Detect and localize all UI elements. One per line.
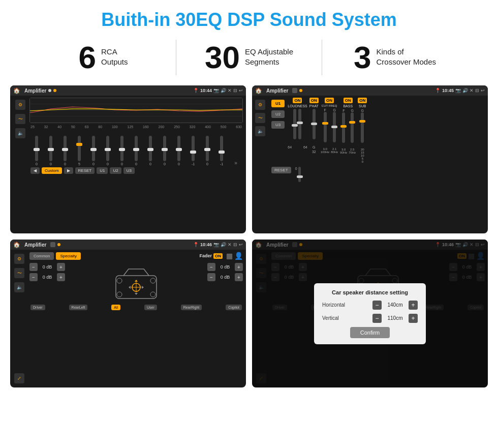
- loudness-sliders: [293, 109, 301, 144]
- vol2-minus-btn[interactable]: −: [29, 273, 38, 281]
- eq-prev-btn[interactable]: ◀: [30, 167, 40, 174]
- vertical-minus-btn[interactable]: −: [372, 314, 382, 323]
- fader-filter-icon[interactable]: ⚙: [14, 254, 24, 264]
- vol4-minus-btn[interactable]: −: [207, 273, 215, 281]
- horizontal-plus-btn[interactable]: +: [409, 301, 418, 310]
- location-icon-3: 📍: [193, 242, 199, 247]
- rearleft-btn[interactable]: RearLeft: [69, 305, 88, 310]
- eq-u2-btn[interactable]: U2: [110, 167, 121, 174]
- u3-preset-btn[interactable]: U3: [271, 121, 285, 129]
- crossover-reset-btn[interactable]: RESET: [271, 167, 291, 173]
- u1-preset-btn[interactable]: U1: [271, 100, 285, 107]
- bottom-slider[interactable]: [298, 167, 301, 182]
- eq-slider-6: 0: [102, 136, 114, 166]
- eq-graph: [29, 98, 243, 123]
- status-square-icon: [292, 88, 297, 93]
- slider-track-3[interactable]: [64, 136, 67, 161]
- rearright-btn[interactable]: RearRight: [181, 305, 202, 310]
- car-svg: [108, 263, 164, 304]
- slider-track-1[interactable]: [35, 136, 38, 161]
- vol-row-2: − 0 dB +: [29, 273, 99, 281]
- page-title: Buith-in 30EQ DSP Sound System: [0, 0, 498, 36]
- stat-rca-label: RCAOutputs: [101, 42, 128, 67]
- slider-track-10[interactable]: [163, 136, 166, 161]
- eq-slider-13: 0: [201, 136, 213, 166]
- vol1-plus-btn[interactable]: +: [57, 263, 65, 271]
- cutfreq-slider-g: [333, 112, 336, 147]
- user-btn[interactable]: User: [144, 305, 157, 310]
- status-dot-play: [53, 89, 56, 92]
- camera-icon-1: 📷: [213, 88, 219, 93]
- u2-preset-btn[interactable]: U2: [271, 110, 285, 118]
- fader-content-area: − 0 dB + − 0 dB +: [29, 263, 243, 304]
- eq-speaker-icon[interactable]: 🔈: [15, 128, 25, 138]
- fader-speaker-icon[interactable]: 🔈: [14, 282, 24, 292]
- vertical-plus-btn[interactable]: +: [409, 314, 418, 323]
- stat-rca: 6 RCAOutputs: [30, 42, 176, 73]
- fader-expand-icon[interactable]: ⤢: [14, 373, 24, 383]
- slider-track-13[interactable]: [206, 136, 209, 161]
- confirm-btn[interactable]: Confirm: [350, 327, 390, 338]
- slider-track-6[interactable]: [106, 136, 109, 161]
- slider-track-14[interactable]: [220, 136, 223, 161]
- x-icon-3: ✕: [228, 242, 232, 247]
- sub-label: SUB: [359, 104, 366, 108]
- vol1-value: 0 dB: [40, 264, 55, 270]
- dialog-title: Car speaker distance setting: [322, 289, 418, 295]
- common-tab-btn[interactable]: Common: [29, 252, 54, 260]
- status-dot-2: [299, 89, 302, 92]
- vol4-plus-btn[interactable]: +: [235, 273, 243, 281]
- stat-crossover-label: Kinds ofCrossover Modes: [376, 42, 436, 67]
- crossover-speaker-icon[interactable]: 🔈: [255, 126, 265, 136]
- fader-wave-icon[interactable]: 〜: [14, 268, 24, 278]
- home-icon-3: 🏠: [13, 241, 20, 248]
- vol3-plus-btn[interactable]: +: [235, 263, 243, 271]
- specialty-tab-btn[interactable]: Specialty: [56, 252, 80, 260]
- loudness-label: LOUDNESS: [288, 104, 307, 108]
- arrow-left[interactable]: [129, 286, 131, 289]
- copilot-btn[interactable]: Copilot: [226, 305, 242, 310]
- horizontal-minus-btn[interactable]: −: [372, 301, 382, 310]
- eq-custom-btn[interactable]: Custom: [42, 167, 62, 174]
- fader-person-icon: 👤: [234, 252, 243, 260]
- vol2-plus-btn[interactable]: +: [57, 273, 65, 281]
- eq-u3-btn[interactable]: U3: [123, 167, 135, 174]
- crossover-main-area: U1 U2 U3 ON LOUDNESS: [271, 98, 486, 231]
- arrow-right[interactable]: [142, 286, 144, 289]
- eq-wave-icon[interactable]: 〜: [15, 114, 25, 124]
- crossover-wave-icon[interactable]: 〜: [255, 113, 265, 123]
- eq-reset-btn[interactable]: RESET: [75, 167, 95, 174]
- eq-play-btn[interactable]: ▶: [64, 167, 73, 174]
- eq-expand[interactable]: »: [230, 160, 242, 166]
- slider-track-8[interactable]: [135, 136, 138, 161]
- slider-track-7[interactable]: [120, 136, 123, 161]
- arrow-down[interactable]: [135, 293, 138, 295]
- slider-track-12[interactable]: [192, 136, 195, 161]
- slider-track-2[interactable]: [49, 136, 52, 161]
- slider-track-4[interactable]: [78, 136, 81, 161]
- fader-main-area: Common Specialty Fader ON ▦ 👤 −: [29, 252, 243, 385]
- eq-u1-btn[interactable]: U1: [97, 167, 108, 174]
- loudness-slider-1: [293, 109, 296, 144]
- stat-rca-number: 6: [78, 42, 96, 73]
- phat-label: PHAT: [309, 104, 319, 108]
- eq-slider-10: 0: [159, 136, 171, 166]
- arrow-up[interactable]: [135, 280, 138, 282]
- crossover-filter-icon[interactable]: ⚙: [255, 100, 265, 110]
- freq-320: 320: [190, 125, 196, 129]
- all-btn[interactable]: All: [111, 305, 120, 310]
- eq-filter-icon[interactable]: ⚙: [15, 100, 25, 110]
- eq-slider-7: 0: [116, 136, 128, 166]
- cutfreq-slider-f: [324, 112, 327, 147]
- vol1-minus-btn[interactable]: −: [29, 263, 38, 271]
- location-icon-1: 📍: [193, 88, 199, 93]
- vol3-minus-btn[interactable]: −: [207, 263, 215, 271]
- driver-btn[interactable]: Driver: [30, 305, 45, 310]
- slider-track-5[interactable]: [92, 136, 95, 161]
- slider-track-11[interactable]: [177, 136, 180, 161]
- stat-crossover: 3 Kinds ofCrossover Modes: [322, 42, 468, 73]
- eq-bottom-bar: ◀ Custom ▶ RESET U1 U2 U3: [29, 166, 243, 175]
- fader-text-label: Fader: [199, 253, 212, 258]
- slider-track-9[interactable]: [149, 136, 152, 161]
- crossover-screen-content: ⚙ 〜 🔈 U1 U2 U3: [252, 96, 488, 233]
